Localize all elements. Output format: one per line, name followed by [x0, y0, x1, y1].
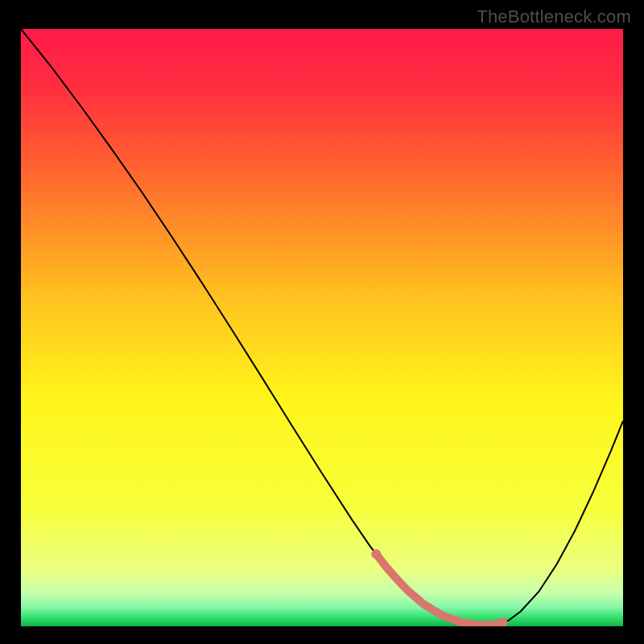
chart-frame: [21, 29, 623, 626]
bottleneck-chart: [21, 29, 623, 626]
watermark-text: TheBottleneck.com: [477, 6, 631, 27]
chart-background: [21, 29, 623, 626]
optimal-range-start-dot: [371, 549, 381, 559]
